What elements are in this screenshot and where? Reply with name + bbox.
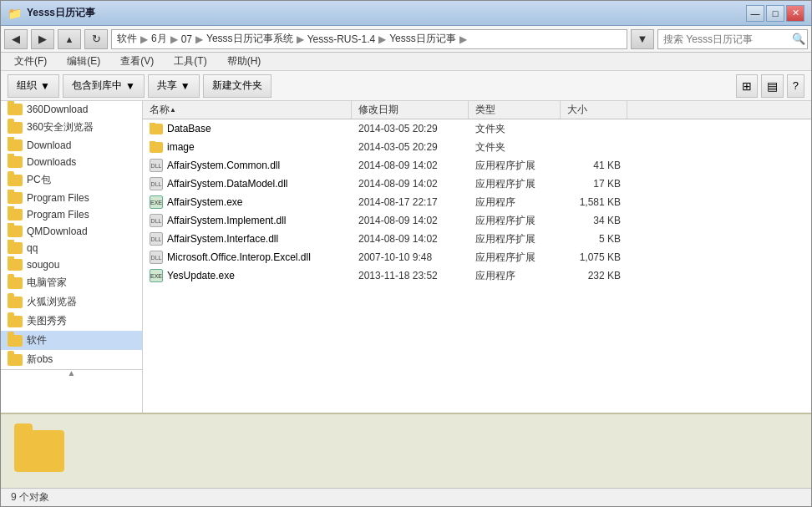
- folder-icon: [8, 156, 23, 168]
- table-row[interactable]: image 2014-03-05 20:29 文件夹: [143, 138, 811, 156]
- folder-icon: [8, 297, 23, 308]
- table-row[interactable]: DLL AffairSystem.DataModel.dll 2014-08-0…: [143, 175, 811, 193]
- menu-view[interactable]: 查看(V): [114, 53, 160, 70]
- breadcrumb-segment: Yesss日历记事系统: [206, 32, 293, 46]
- sidebar-item-360download[interactable]: 360Download: [1, 101, 142, 118]
- file-name-label: Microsoft.Office.Interop.Excel.dll: [167, 251, 311, 263]
- folder-icon-small: 📁: [8, 7, 22, 20]
- up-button[interactable]: ▲: [58, 29, 81, 49]
- file-date: 2007-10-10 9:48: [352, 251, 469, 263]
- file-date: 2014-08-09 14:02: [352, 178, 469, 190]
- sidebar-scrollbar-bottom[interactable]: ▲: [1, 369, 142, 376]
- col-header-name[interactable]: 名称 ▲: [143, 101, 352, 119]
- sidebar-item-download[interactable]: Download: [1, 137, 142, 154]
- organize-label: 组织: [17, 79, 37, 93]
- table-row[interactable]: DLL Microsoft.Office.Interop.Excel.dll 2…: [143, 248, 811, 266]
- sidebar-item-label: 360Download: [27, 104, 88, 115]
- file-date: 2014-08-09 14:02: [352, 160, 469, 171]
- table-row[interactable]: DLL AffairSystem.Implement.dll 2014-08-0…: [143, 211, 811, 230]
- sidebar-item-360browser[interactable]: 360安全浏览器: [1, 118, 142, 137]
- col-modified-label: 修改日期: [358, 103, 398, 117]
- sidebar-item-label: 电脑管家: [27, 276, 67, 290]
- file-type: 应用程序扩展: [469, 214, 561, 228]
- help-button[interactable]: ?: [787, 74, 804, 98]
- new-folder-button[interactable]: 新建文件夹: [203, 74, 272, 98]
- sidebar-item-programfiles2[interactable]: Program Files: [1, 206, 142, 223]
- breadcrumb-sep: ▶: [195, 33, 203, 45]
- folder-icon: [8, 175, 23, 186]
- sidebar-item-programfiles1[interactable]: Program Files: [1, 190, 142, 206]
- close-button[interactable]: ✕: [786, 5, 804, 22]
- folder-icon: [8, 122, 23, 134]
- back-button[interactable]: ◀: [4, 29, 28, 49]
- table-row[interactable]: DLL AffairSystem.Interface.dll 2014-08-0…: [143, 230, 811, 248]
- col-header-modified[interactable]: 修改日期: [352, 101, 469, 119]
- file-size: 1,075 KB: [561, 251, 627, 263]
- sidebar-item-label: Program Files: [27, 192, 89, 204]
- folder-icon: [8, 104, 23, 115]
- sidebar-item-qq[interactable]: qq: [1, 240, 142, 256]
- sidebar-item-meitu[interactable]: 美图秀秀: [1, 312, 142, 331]
- organize-button[interactable]: 组织 ▼: [8, 74, 59, 98]
- file-type: 文件夹: [469, 122, 561, 136]
- sidebar-item-label: 美图秀秀: [27, 314, 67, 328]
- folder-icon: [150, 142, 163, 153]
- search-input[interactable]: [663, 33, 789, 45]
- folder-icon: [8, 209, 23, 221]
- main-content: 360Download 360安全浏览器 Download Downloads …: [1, 101, 811, 413]
- file-name-label: AffairSystem.Implement.dll: [167, 215, 287, 226]
- share-chevron-icon: ▼: [180, 80, 190, 92]
- folder-icon: [8, 139, 23, 151]
- file-name: DLL AffairSystem.Common.dll: [143, 159, 352, 172]
- sidebar-item-label: Program Files: [27, 209, 89, 221]
- breadcrumb-dropdown-button[interactable]: ▼: [631, 29, 654, 49]
- breadcrumb-sep: ▶: [297, 33, 304, 45]
- window-title: Yesss日历记事: [27, 6, 95, 20]
- col-header-size[interactable]: 大小: [561, 101, 627, 119]
- sidebar-item-firefox[interactable]: 火狐浏览器: [1, 292, 142, 312]
- maximize-button[interactable]: □: [766, 5, 784, 22]
- minimize-button[interactable]: —: [746, 5, 764, 22]
- sidebar-item-newobs[interactable]: 新obs: [1, 350, 142, 369]
- sidebar-item-pcemanager[interactable]: 电脑管家: [1, 273, 142, 292]
- table-row[interactable]: EXE AffairSystem.exe 2014-08-17 22:17 应用…: [143, 193, 811, 211]
- sidebar-item-downloads[interactable]: Downloads: [1, 154, 142, 170]
- breadcrumb-sep: ▶: [459, 33, 467, 45]
- sidebar-item-label: 火狐浏览器: [27, 295, 77, 309]
- view-toggle-button[interactable]: ▤: [761, 74, 784, 98]
- view-options-button[interactable]: ⊞: [736, 74, 758, 98]
- file-date: 2013-11-18 23:52: [352, 270, 469, 281]
- refresh-button[interactable]: ↻: [84, 29, 108, 49]
- breadcrumb-sep: ▶: [170, 33, 178, 45]
- table-row[interactable]: EXE YesUpdate.exe 2013-11-18 23:52 应用程序 …: [143, 266, 811, 285]
- file-name-label: image: [167, 141, 195, 153]
- menu-edit[interactable]: 编辑(E): [60, 53, 107, 70]
- file-name: EXE YesUpdate.exe: [143, 269, 352, 282]
- file-name-label: AffairSystem.DataModel.dll: [167, 178, 288, 190]
- sidebar-item-sougou[interactable]: sougou: [1, 256, 142, 273]
- sidebar-item-pc-pack[interactable]: PC包: [1, 170, 142, 190]
- share-button[interactable]: 共享 ▼: [148, 74, 200, 98]
- sidebar-item-label: 新obs: [27, 352, 53, 367]
- sidebar-item-software[interactable]: 软件: [1, 331, 142, 350]
- title-bar-text: 📁 Yesss日历记事: [8, 6, 746, 20]
- col-header-type[interactable]: 类型: [469, 101, 561, 119]
- sidebar-item-qmdownload[interactable]: QMDownload: [1, 223, 142, 240]
- breadcrumb-segment: 6月: [151, 32, 167, 46]
- forward-button[interactable]: ▶: [31, 29, 54, 49]
- breadcrumb[interactable]: 软件 ▶ 6月 ▶ 07 ▶ Yesss日历记事系统 ▶ Yesss-RUS-1…: [111, 29, 627, 49]
- file-name: EXE AffairSystem.exe: [143, 195, 352, 209]
- include-library-button[interactable]: 包含到库中 ▼: [63, 74, 145, 98]
- folder-icon: [8, 316, 23, 327]
- search-icon[interactable]: 🔍: [792, 33, 805, 45]
- file-name-label: AffairSystem.Interface.dll: [167, 233, 278, 245]
- menu-file[interactable]: 文件(F): [8, 53, 53, 70]
- table-row[interactable]: DLL AffairSystem.Common.dll 2014-08-09 1…: [143, 156, 811, 175]
- folder-icon: [8, 354, 23, 366]
- menu-tools[interactable]: 工具(T): [167, 53, 213, 70]
- file-type: 应用程序扩展: [469, 177, 561, 191]
- table-row[interactable]: DataBase 2014-03-05 20:29 文件夹: [143, 119, 811, 138]
- preview-folder-icon: [14, 430, 64, 472]
- dll-icon: DLL: [150, 214, 163, 227]
- menu-help[interactable]: 帮助(H): [221, 53, 268, 70]
